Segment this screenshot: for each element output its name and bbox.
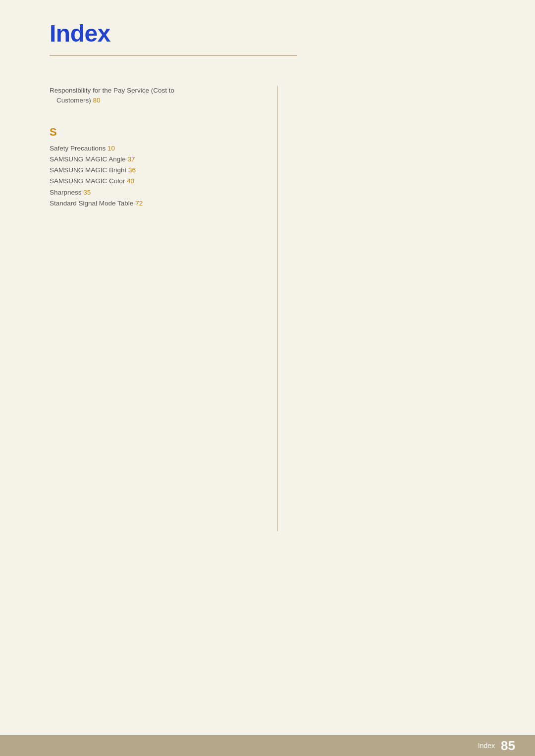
entry-label: Sharpness 35: [50, 189, 91, 196]
content-area: Index Responsibility for the Pay Service…: [0, 0, 347, 551]
page-title: Index: [50, 20, 297, 47]
page-ref: 37: [128, 155, 135, 163]
list-item: SAMSUNG MAGIC Angle 37: [50, 154, 268, 164]
list-item: Safety Precautions 10: [50, 144, 268, 153]
footer-content: Index 85: [478, 739, 515, 752]
list-item: Responsibility for the Pay Service (Cost…: [50, 86, 268, 106]
left-column: Responsibility for the Pay Service (Cost…: [50, 86, 277, 531]
entry-label: Responsibility for the Pay Service (Cost…: [50, 87, 174, 94]
entry-label-cont: Customers) 80: [56, 97, 101, 104]
page-ref: 72: [135, 200, 143, 207]
entry-label: SAMSUNG MAGIC Bright 36: [50, 166, 136, 174]
entry-label: Standard Signal Mode Table 72: [50, 200, 143, 207]
vertical-divider: [277, 86, 278, 531]
footer: Index 85: [0, 735, 535, 756]
entry-label: SAMSUNG MAGIC Angle 37: [50, 155, 135, 163]
page-ref: 80: [93, 97, 101, 104]
list-item: Standard Signal Mode Table 72: [50, 199, 268, 208]
page-ref: 35: [83, 189, 91, 196]
footer-label: Index: [478, 742, 495, 750]
index-content: Responsibility for the Pay Service (Cost…: [50, 86, 297, 531]
title-divider: [50, 55, 297, 56]
footer-page-number: 85: [501, 739, 515, 752]
entry-label: SAMSUNG MAGIC Color 40: [50, 177, 134, 185]
page-container: Index Responsibility for the Pay Service…: [0, 0, 535, 756]
entry-label: Safety Precautions 10: [50, 145, 115, 152]
page-ref: 40: [127, 177, 134, 185]
page-ref: 36: [128, 166, 136, 174]
list-item: Sharpness 35: [50, 188, 268, 198]
list-item: SAMSUNG MAGIC Bright 36: [50, 165, 268, 175]
page-ref: 10: [107, 145, 115, 152]
section-letter-s: S: [50, 126, 268, 139]
list-item: SAMSUNG MAGIC Color 40: [50, 176, 268, 186]
